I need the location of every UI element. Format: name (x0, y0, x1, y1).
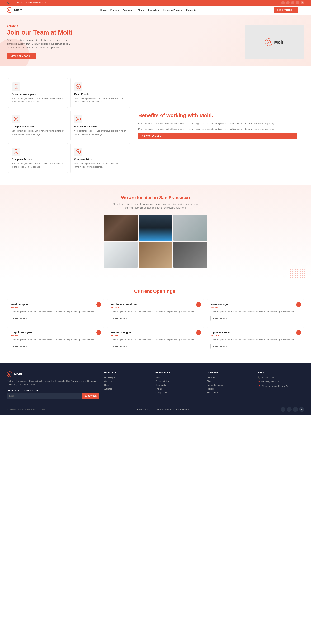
footer-social-icons: f t in ▶ (280, 407, 304, 412)
svg-text:M: M (9, 9, 10, 11)
footer-link-customers[interactable]: Happy Customers (207, 384, 253, 386)
footer-bottom-links: Privacy Policy · Terms of Service · Cook… (137, 408, 189, 410)
hamburger-icon[interactable]: ☰ (301, 8, 304, 12)
footer-link-pricing[interactable]: Pricing (156, 388, 202, 390)
footer-link-careers[interactable]: Careers (104, 380, 150, 382)
gallery-image-2 (138, 215, 172, 241)
job-arrow-icon: → (196, 330, 201, 335)
job-card-wp-developer: → WordPress Developer Part Time Et harum… (107, 299, 204, 324)
benefits-para-2: Morbi tempus iaculis urna id volutpat la… (138, 127, 297, 131)
footer-link-community[interactable]: Community (156, 384, 202, 386)
footer-copyright: © Copyright Molti 2020. Made with ♥ Sama… (7, 408, 46, 410)
benefits-view-jobs-button[interactable]: VIEW OPEN JOBS → (138, 133, 297, 139)
location-gallery (104, 215, 207, 268)
instagram-icon[interactable]: in (291, 1, 294, 4)
benefit-card-workspace: M Beautiful Workspace Your content goes … (8, 78, 68, 108)
email-icon: ✉ (258, 381, 260, 383)
job-type: Part Time (210, 334, 300, 336)
svg-text:M: M (78, 118, 78, 120)
footer-resources-col: RESOURCES Blog Documentation Community P… (156, 372, 202, 399)
job-desc: Et harum quidem rerum facilis expedita d… (110, 338, 200, 342)
hero-brand-display: M Molti (265, 38, 285, 46)
gallery-image-4 (104, 242, 138, 268)
facebook-icon[interactable]: f (281, 1, 285, 4)
youtube-icon[interactable]: ▶ (296, 1, 299, 4)
footer-link-about[interactable]: About Us (207, 380, 253, 382)
benefit-card-salary: M Competitive Salary Your content goes h… (8, 110, 68, 140)
apply-button[interactable]: APPLY NOW → (210, 316, 230, 321)
footer-email-input[interactable] (7, 393, 82, 399)
footer-privacy-link[interactable]: Privacy Policy (137, 408, 150, 410)
footer-company-col: COMPANY Services About Us Happy Customer… (207, 372, 253, 399)
nav-logo[interactable]: M Molti (7, 7, 23, 13)
main-nav: M Molti Home Pages ▾ Services ▾ Blog ▾ P… (0, 6, 311, 14)
apply-button[interactable]: APPLY NOW → (110, 344, 130, 349)
nav-services[interactable]: Services ▾ (123, 9, 134, 12)
apply-button[interactable]: APPLY NOW → (10, 344, 30, 349)
benefit-icon-food: M (74, 115, 82, 123)
get-started-button[interactable]: GET STARTED → (274, 7, 298, 13)
footer-about: Molti is a Professionally Designed Multi… (7, 379, 99, 386)
footer-newsletter-label: SUBSCRIBE TO NEWSLETTER (7, 389, 99, 391)
footer-link-portfolio[interactable]: Portfolio (207, 388, 253, 390)
footer-facebook-icon[interactable]: f (280, 407, 286, 412)
nav-elements[interactable]: Elements (186, 9, 196, 12)
footer-link-news[interactable]: News (104, 384, 150, 386)
footer-resources-title: RESOURCES (156, 372, 202, 374)
footer-cookie-link[interactable]: Cookie Policy (176, 408, 189, 410)
footer-link-design-case[interactable]: Design Case (156, 392, 202, 394)
benefit-title: Great People (74, 93, 126, 96)
footer-link-homepage[interactable]: HomePage (104, 376, 150, 379)
benefit-desc: Your content goes here. Edit or remove t… (12, 162, 64, 168)
footer-logo-icon: M (7, 372, 12, 377)
footer-terms-link[interactable]: Terms of Service (156, 408, 171, 410)
gallery-image-5 (138, 242, 172, 268)
benefit-desc: Your content goes here. Edit or remove t… (74, 130, 126, 136)
benefits-left-cards: M Beautiful Workspace Your content goes … (7, 77, 69, 174)
svg-text:M: M (78, 151, 78, 152)
job-arrow-icon: → (296, 330, 301, 335)
footer-twitter-icon[interactable]: t (287, 407, 292, 412)
footer-youtube-icon[interactable]: ▶ (299, 407, 304, 412)
openings-title: Current Openings! (7, 288, 304, 294)
footer-company-title: COMPANY (207, 372, 253, 374)
job-title: Product designer (110, 331, 200, 334)
benefit-icon-workspace: M (12, 82, 20, 91)
gallery-image-3 (174, 215, 207, 241)
twitter-icon[interactable]: t (286, 1, 290, 4)
location-icon: 📍 (258, 385, 260, 388)
nav-portfolio[interactable]: Portfolio ▾ (148, 9, 159, 12)
benefit-card-parties: M Company Parties Your content goes here… (8, 143, 68, 173)
benefits-para-1: Morbi tempus iaculis urna id volutpat la… (138, 122, 297, 125)
svg-text:M: M (16, 151, 16, 152)
footer-subscribe-button[interactable]: SUBSCRIBE (82, 393, 99, 399)
job-type: Full-time (10, 306, 100, 308)
nav-blog[interactable]: Blog ▾ (138, 9, 144, 12)
footer-link-affiliates[interactable]: Affiliates (104, 388, 150, 390)
nav-pages[interactable]: Pages ▾ (110, 9, 119, 12)
apply-button[interactable]: APPLY NOW → (10, 316, 30, 321)
job-desc: Et harum quidem rerum facilis expedita d… (110, 310, 200, 314)
job-card-email-support: → Email Support Full-time Et harum quide… (7, 299, 104, 324)
benefit-icon-parties: M (12, 148, 20, 156)
job-card-graphic-designer: → Graphic Designer Full-time Et harum qu… (7, 327, 104, 352)
google-icon[interactable]: g (301, 1, 304, 4)
job-arrow-icon: → (196, 302, 201, 307)
footer-help-col: HELP 📞 +49 892 358 75 ✉ contact@molti.co… (258, 372, 304, 399)
footer-instagram-icon[interactable]: in (293, 407, 298, 412)
job-arrow-icon: → (96, 330, 101, 335)
apply-button[interactable]: APPLY NOW → (110, 316, 130, 321)
apply-button[interactable]: APPLY NOW → (210, 344, 230, 349)
footer-link-help-center[interactable]: Help Center (207, 392, 253, 394)
footer-link-documentation[interactable]: Documentation (156, 380, 202, 382)
footer-link-blog[interactable]: Blog (156, 376, 202, 379)
top-bar: 📞 +1 234 567 8 ✉ contact@molti.com f t i… (0, 0, 311, 6)
benefit-icon-people: M (74, 82, 82, 91)
nav-header-footer[interactable]: Header & Footer ▾ (163, 9, 182, 12)
benefit-title: Company Trips (74, 158, 126, 161)
footer-link-services[interactable]: Services (207, 376, 253, 379)
dots-decoration (290, 269, 306, 278)
footer-brand-col: M Molti Molti is a Professionally Design… (7, 372, 99, 399)
benefit-card-food: M Free Food & Snacks Your content goes h… (70, 110, 130, 140)
nav-home[interactable]: Home (100, 9, 106, 12)
